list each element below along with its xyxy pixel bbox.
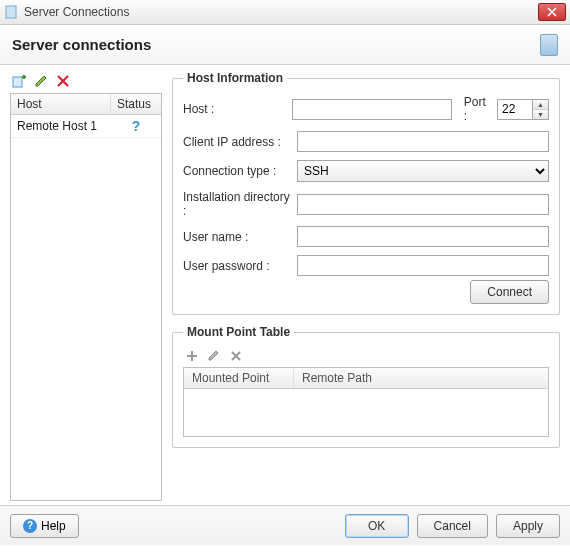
port-down-icon[interactable]: ▼ <box>533 110 548 119</box>
app-icon <box>4 5 18 19</box>
host-list-panel: Host Status Remote Host 1 ? <box>10 71 162 501</box>
host-list-toolbar <box>10 71 162 91</box>
svg-rect-0 <box>6 6 16 18</box>
host-label: Host : <box>183 102 286 116</box>
install-dir-label: Installation directory : <box>183 190 291 218</box>
password-input[interactable] <box>297 255 549 276</box>
connection-type-label: Connection type : <box>183 164 291 178</box>
port-up-icon[interactable]: ▲ <box>533 100 548 110</box>
mount-legend: Mount Point Table <box>183 325 294 339</box>
apply-button[interactable]: Apply <box>496 514 560 538</box>
table-row[interactable]: Remote Host 1 ? <box>11 115 161 138</box>
connection-type-select[interactable]: SSH <box>297 160 549 182</box>
host-info-legend: Host Information <box>183 71 287 85</box>
host-information-group: Host Information Host : Port : ▲ ▼ Clien… <box>172 71 560 315</box>
help-label: Help <box>41 519 66 533</box>
port-label: Port : <box>464 95 491 123</box>
help-icon: ? <box>23 519 37 533</box>
server-icon <box>540 34 558 56</box>
col-host[interactable]: Host <box>11 94 111 114</box>
svg-rect-3 <box>13 77 22 87</box>
help-button[interactable]: ? Help <box>10 514 79 538</box>
username-input[interactable] <box>297 226 549 247</box>
host-table: Host Status Remote Host 1 ? <box>10 93 162 501</box>
mount-table: Mounted Point Remote Path <box>183 367 549 437</box>
edit-server-icon[interactable] <box>34 74 48 88</box>
host-input[interactable] <box>292 99 452 120</box>
install-dir-input[interactable] <box>297 194 549 215</box>
col-mounted-point[interactable]: Mounted Point <box>184 368 294 388</box>
connect-button[interactable]: Connect <box>470 280 549 304</box>
col-status[interactable]: Status <box>111 94 161 114</box>
edit-mount-icon[interactable] <box>207 349 221 363</box>
window-title: Server Connections <box>24 5 538 19</box>
port-input[interactable] <box>497 99 533 120</box>
mount-toolbar <box>183 349 549 363</box>
cell-host: Remote Host 1 <box>11 116 111 136</box>
add-mount-icon[interactable] <box>185 349 199 363</box>
close-button[interactable] <box>538 3 566 21</box>
port-spinner[interactable]: ▲ ▼ <box>497 99 549 120</box>
titlebar: Server Connections <box>0 0 570 25</box>
username-label: User name : <box>183 230 291 244</box>
dialog-footer: ? Help OK Cancel Apply <box>0 505 570 545</box>
delete-mount-icon[interactable] <box>229 349 243 363</box>
dialog-header: Server connections <box>0 25 570 65</box>
page-title: Server connections <box>12 36 540 53</box>
password-label: User password : <box>183 259 291 273</box>
client-ip-input[interactable] <box>297 131 549 152</box>
delete-server-icon[interactable] <box>56 74 70 88</box>
col-remote-path[interactable]: Remote Path <box>294 368 548 388</box>
cell-status: ? <box>111 115 161 137</box>
client-ip-label: Client IP address : <box>183 135 291 149</box>
ok-button[interactable]: OK <box>345 514 409 538</box>
cancel-button[interactable]: Cancel <box>417 514 488 538</box>
add-server-icon[interactable] <box>12 74 26 88</box>
mount-point-group: Mount Point Table Mounted Point Remote P… <box>172 325 560 448</box>
